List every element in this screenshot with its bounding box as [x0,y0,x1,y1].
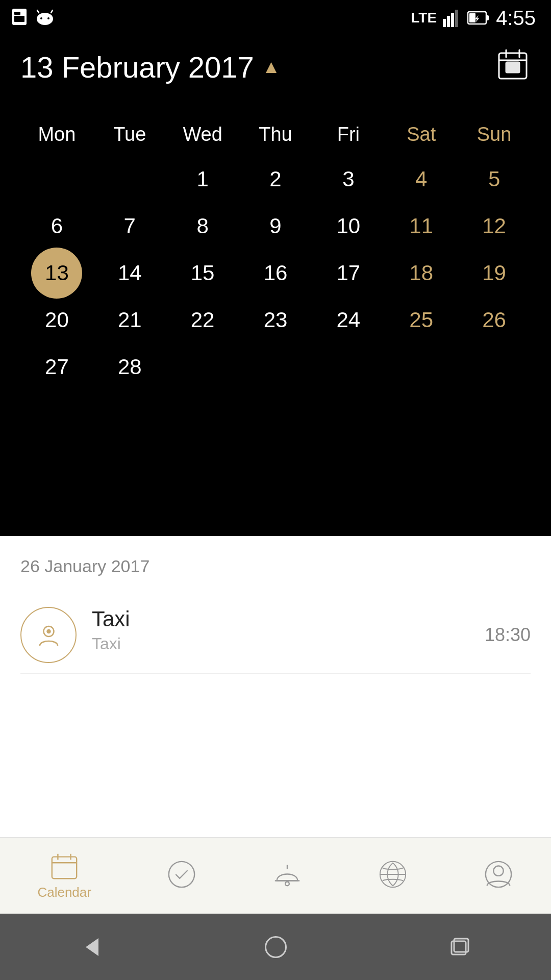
recents-button[interactable] [445,933,473,961]
event-title: Taxi [92,607,469,631]
nav-item-city[interactable] [378,859,408,893]
signal-icon [443,9,461,27]
calendar-header: 13 February 2017 ▲ [20,46,531,88]
day-cell[interactable]: 21 [93,297,166,344]
day-cell[interactable] [20,156,93,203]
day-header-thu: Thu [239,113,312,156]
event-icon [20,607,77,663]
bottom-nav: Calendar [0,837,551,914]
calendar-grid: Mon Tue Wed Thu Fri Sat Sun 1 2 3 4 5 6 … [20,113,531,390]
day-cell-empty [385,344,458,390]
svg-rect-9 [447,16,450,27]
svg-point-4 [40,17,42,19]
event-item[interactable]: Taxi Taxi 18:30 [20,597,531,674]
day-cell[interactable]: 4 [385,156,458,203]
day-header-mon: Mon [20,113,93,156]
day-cell-selected[interactable]: 13 [20,250,93,297]
android-icon [35,8,55,26]
day-cell[interactable]: 1 [166,156,239,203]
day-cell[interactable]: 10 [312,203,385,250]
day-cell-empty [312,344,385,390]
svg-rect-11 [455,10,458,27]
day-header-sat: Sat [385,113,458,156]
nav-item-services[interactable] [272,859,303,893]
day-cell[interactable]: 15 [166,250,239,297]
day-cell[interactable]: 6 [20,203,93,250]
day-cell[interactable]: 3 [312,156,385,203]
event-subtitle: Taxi [92,634,469,653]
svg-rect-13 [486,15,489,20]
day-cell[interactable]: 7 [93,203,166,250]
svg-rect-1 [14,16,24,22]
day-cell[interactable]: 20 [20,297,93,344]
day-cell[interactable]: 16 [239,250,312,297]
svg-point-26 [169,861,194,887]
calendar-dropdown-arrow[interactable]: ▲ [262,56,281,78]
svg-rect-8 [443,19,446,27]
svg-rect-10 [451,13,454,27]
calendar-today-button[interactable] [495,46,531,88]
nav-item-profile[interactable] [483,859,514,893]
lte-label: LTE [411,10,437,26]
svg-line-6 [37,10,39,13]
day-cell[interactable]: 12 [458,203,531,250]
day-cell[interactable]: 9 [239,203,312,250]
svg-rect-22 [52,857,77,879]
home-button[interactable] [262,933,290,961]
events-date: 26 January 2017 [20,556,531,576]
day-cell[interactable]: 25 [385,297,458,344]
nav-item-calendar[interactable]: Calendar [37,851,91,900]
day-cell[interactable]: 26 [458,297,531,344]
battery-icon [467,10,490,26]
event-content: Taxi Taxi [92,607,469,653]
day-header-fri: Fri [312,113,385,156]
day-cell[interactable]: 5 [458,156,531,203]
day-cell-empty [166,344,239,390]
day-cell[interactable]: 23 [239,297,312,344]
day-cell[interactable]: 11 [385,203,458,250]
event-time: 18:30 [485,624,531,646]
status-bar: LTE 4:55 [0,0,551,36]
svg-point-29 [285,881,289,886]
svg-line-7 [51,10,53,13]
day-cell[interactable]: 24 [312,297,385,344]
calendar-title[interactable]: 13 February 2017 ▲ [20,50,281,84]
nav-item-tasks[interactable] [166,859,197,893]
svg-rect-19 [506,62,519,72]
day-cell-empty [239,344,312,390]
day-cell[interactable]: 19 [458,250,531,297]
day-cell[interactable]: 27 [20,344,93,390]
calendar-title-text: 13 February 2017 [20,50,254,84]
day-cell[interactable]: 18 [385,250,458,297]
sim-icon [10,8,29,26]
svg-point-21 [47,630,50,633]
status-bar-right: LTE 4:55 [411,7,536,30]
day-header-wed: Wed [166,113,239,156]
day-cell[interactable]: 17 [312,250,385,297]
svg-point-5 [47,17,49,19]
day-cell[interactable]: 22 [166,297,239,344]
day-cell[interactable]: 2 [239,156,312,203]
clock: 4:55 [496,7,536,30]
day-cell[interactable]: 28 [93,344,166,390]
day-cell[interactable]: 14 [93,250,166,297]
svg-marker-34 [86,938,98,956]
svg-point-35 [265,937,286,957]
back-button[interactable] [78,933,106,961]
day-header-tue: Tue [93,113,166,156]
nav-label-calendar: Calendar [37,885,91,900]
svg-rect-2 [14,12,20,15]
day-header-sun: Sun [458,113,531,156]
svg-point-33 [493,866,503,875]
svg-point-3 [37,13,53,25]
day-cell[interactable] [93,156,166,203]
calendar-section: 13 February 2017 ▲ Mon Tue Wed Thu Fri S… [0,36,551,536]
svg-rect-14 [469,13,475,22]
day-cell[interactable]: 8 [166,203,239,250]
android-nav-bar [0,914,551,980]
day-cell-empty [458,344,531,390]
